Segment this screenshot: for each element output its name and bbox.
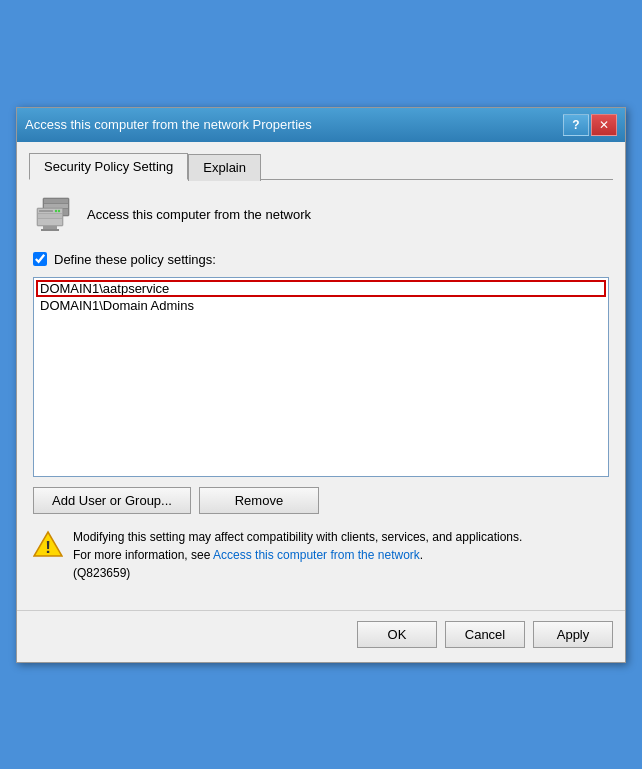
define-policy-row: Define these policy settings:: [29, 252, 613, 267]
help-button[interactable]: ?: [563, 114, 589, 136]
warning-box: ! Modifying this setting may affect comp…: [33, 528, 609, 582]
define-policy-label[interactable]: Define these policy settings:: [54, 252, 216, 267]
remove-button[interactable]: Remove: [199, 487, 319, 514]
warning-kb: (Q823659): [73, 566, 130, 580]
warning-line2-prefix: For more information, see: [73, 548, 213, 562]
svg-point-9: [55, 209, 57, 211]
window-title: Access this computer from the network Pr…: [25, 117, 563, 132]
svg-rect-1: [44, 199, 68, 203]
tab-security-policy[interactable]: Security Policy Setting: [29, 153, 188, 180]
warning-icon: !: [33, 530, 63, 558]
title-bar: Access this computer from the network Pr…: [17, 108, 625, 142]
apply-button[interactable]: Apply: [533, 621, 613, 648]
svg-rect-6: [38, 214, 62, 218]
close-button[interactable]: ✕: [591, 114, 617, 136]
ok-button[interactable]: OK: [357, 621, 437, 648]
list-actions-row: Add User or Group... Remove: [33, 487, 609, 514]
svg-point-8: [58, 209, 60, 211]
policy-icon: [33, 194, 75, 236]
warning-text: Modifying this setting may affect compat…: [73, 528, 522, 582]
warning-line1: Modifying this setting may affect compat…: [73, 530, 522, 544]
dialog-content: Security Policy Setting Explain: [17, 142, 625, 610]
dialog-window: Access this computer from the network Pr…: [16, 107, 626, 663]
title-bar-buttons: ? ✕: [563, 114, 617, 136]
list-item[interactable]: DOMAIN1\aatpservice: [36, 280, 606, 297]
dialog-bottom-buttons: OK Cancel Apply: [17, 610, 625, 662]
define-policy-checkbox[interactable]: [33, 252, 47, 266]
warning-period: .: [420, 548, 423, 562]
add-user-button[interactable]: Add User or Group...: [33, 487, 191, 514]
svg-text:!: !: [45, 538, 51, 557]
svg-rect-10: [39, 210, 53, 212]
list-item[interactable]: DOMAIN1\Domain Admins: [36, 297, 606, 314]
tab-explain[interactable]: Explain: [188, 154, 261, 181]
svg-rect-2: [44, 204, 68, 208]
policy-header: Access this computer from the network: [29, 194, 613, 236]
policy-list-box[interactable]: DOMAIN1\aatpservice DOMAIN1\Domain Admin…: [33, 277, 609, 477]
svg-rect-7: [38, 219, 62, 225]
cancel-button[interactable]: Cancel: [445, 621, 525, 648]
tab-bar: Security Policy Setting Explain: [29, 152, 613, 180]
policy-title: Access this computer from the network: [87, 207, 311, 222]
svg-rect-11: [43, 226, 57, 229]
warning-link[interactable]: Access this computer from the network: [213, 548, 420, 562]
svg-rect-12: [41, 229, 59, 231]
